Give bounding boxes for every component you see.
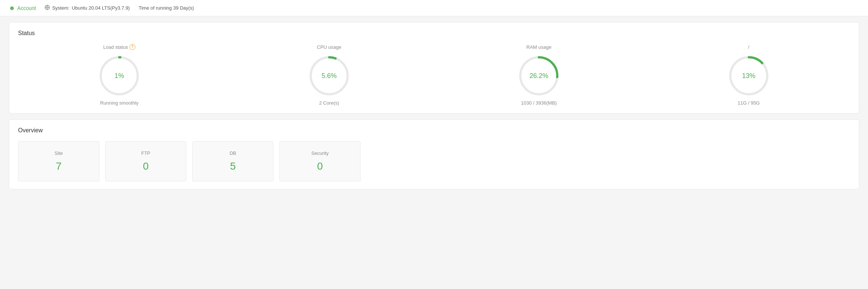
gauge-item-2: RAM usage 26.2% 1030 / 3936(MB) (517, 44, 561, 106)
overview-section: Overview Site7FTP0DB5Security0 (9, 119, 859, 189)
gauge-sublabel-0: Running smoothly (100, 100, 138, 106)
gauge-item-3: / 13% 11G / 95G (727, 44, 771, 106)
overview-card-value-1: 0 (143, 160, 149, 172)
overview-card-security[interactable]: Security0 (279, 141, 361, 181)
gauge-label-1: CPU usage (317, 44, 341, 50)
svg-point-1 (46, 7, 48, 8)
gauge-sublabel-3: 11G / 95G (738, 100, 760, 106)
account-icon: ☻ (9, 5, 15, 11)
gauge-ring-3: 13% (727, 54, 771, 98)
gauge-sublabel-2: 1030 / 3936(MB) (521, 100, 557, 106)
gauge-item-1: CPU usage 5.6% 2 Core(s) (307, 44, 351, 106)
account-button[interactable]: ☻ Account (9, 5, 36, 11)
overview-card-db[interactable]: DB5 (192, 141, 273, 181)
gauge-ring-1: 5.6% (307, 54, 351, 98)
overview-card-value-3: 0 (317, 160, 323, 172)
gauge-item-0: Load status? 1% Running smoothly (97, 44, 141, 106)
uptime-label: Time of running 39 Day(s) (139, 5, 194, 11)
gauge-ring-0: 1% (97, 54, 141, 98)
help-icon[interactable]: ? (130, 44, 135, 50)
status-title: Status (18, 30, 850, 37)
gauge-ring-2: 26.2% (517, 54, 561, 98)
gauge-label-0: Load status? (103, 44, 135, 50)
gauge-grid: Load status? 1% Running smoothlyCPU usag… (18, 44, 850, 106)
status-section: Status Load status? 1% Running smoothlyC… (9, 22, 859, 113)
account-label: Account (17, 5, 36, 11)
overview-title: Overview (18, 127, 850, 134)
overview-card-label-2: DB (230, 150, 236, 156)
overview-card-value-0: 7 (56, 160, 62, 172)
gauge-sublabel-1: 2 Core(s) (319, 100, 339, 106)
overview-card-label-1: FTP (141, 150, 151, 156)
header: ☻ Account System: Ubuntu 20.04 LTS(Py3.7… (0, 0, 868, 16)
overview-grid: Site7FTP0DB5Security0 (18, 141, 850, 181)
system-icon (45, 5, 50, 11)
gauge-value-0: 1% (114, 72, 124, 80)
gauge-label-2: RAM usage (526, 44, 551, 50)
gauge-label-3: / (748, 44, 750, 50)
overview-card-site[interactable]: Site7 (18, 141, 99, 181)
system-info: System: Ubuntu 20.04 LTS(Py3.7.9) (45, 5, 130, 11)
overview-card-label-3: Security (311, 150, 329, 156)
gauge-value-3: 13% (742, 72, 755, 79)
system-value: Ubuntu 20.04 LTS(Py3.7.9) (72, 5, 130, 11)
overview-card-label-0: Site (55, 150, 63, 156)
overview-card-ftp[interactable]: FTP0 (105, 141, 186, 181)
system-prefix: System: (52, 5, 69, 11)
main-content: Status Load status? 1% Running smoothlyC… (0, 16, 868, 201)
gauge-value-1: 5.6% (321, 72, 337, 79)
gauge-value-2: 26.2% (530, 72, 548, 79)
overview-card-value-2: 5 (230, 160, 236, 172)
